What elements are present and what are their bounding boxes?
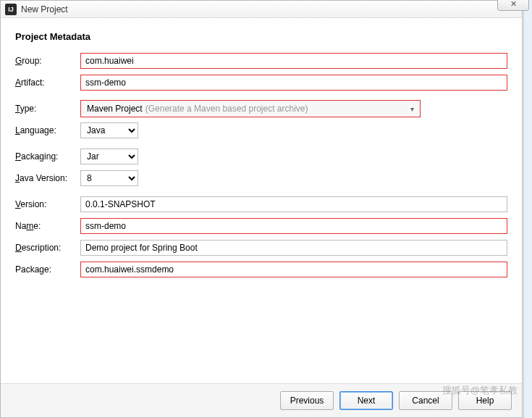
java-version-select[interactable]: 8 — [80, 170, 138, 186]
row-artifact: Artifact: — [15, 74, 507, 91]
row-description: Description: — [15, 239, 507, 256]
type-select[interactable]: Maven Project (Generate a Maven based pr… — [80, 100, 421, 117]
help-button[interactable]: Help — [458, 391, 512, 410]
artifact-input[interactable] — [80, 75, 507, 91]
type-value: Maven Project — [87, 104, 143, 114]
content-area: Project Metadata Group: Artifact: Type: … — [1, 18, 522, 383]
group-input[interactable] — [80, 53, 507, 69]
name-input[interactable] — [80, 218, 507, 234]
next-button[interactable]: Next — [339, 391, 393, 410]
row-package: Package: — [15, 261, 507, 278]
label-language: Language: — [15, 125, 80, 135]
packaging-select[interactable]: Jar — [80, 149, 138, 164]
titlebar: IJ New Project ✕ — [1, 1, 522, 18]
label-java-version: Java Version: — [15, 173, 80, 183]
row-packaging: Packaging: Jar — [15, 148, 507, 165]
section-title: Project Metadata — [15, 31, 507, 42]
label-group: Group: — [15, 56, 80, 66]
label-description: Description: — [15, 243, 80, 253]
type-hint: (Generate a Maven based project archive) — [145, 104, 308, 114]
row-name: Name: — [15, 217, 507, 235]
footer: Previous Next Cancel Help — [1, 383, 522, 417]
cancel-button[interactable]: Cancel — [399, 391, 452, 410]
row-group: Group: — [15, 52, 507, 70]
label-package: Package: — [15, 264, 80, 275]
description-input[interactable] — [80, 240, 507, 256]
window-title: New Project — [21, 4, 68, 14]
row-type: Type: Maven Project (Generate a Maven ba… — [15, 100, 507, 117]
side-strip — [523, 0, 532, 418]
chevron-down-icon: ▾ — [410, 105, 414, 113]
row-language: Language: Java — [15, 122, 507, 139]
label-type: Type: — [15, 104, 80, 114]
close-icon: ✕ — [510, 0, 517, 9]
row-java-version: Java Version: 8 — [15, 170, 507, 187]
package-input[interactable] — [80, 262, 507, 277]
dialog-window: IJ New Project ✕ Project Metadata Group:… — [0, 0, 523, 418]
row-version: Version: — [15, 196, 507, 213]
label-packaging: Packaging: — [15, 151, 80, 162]
label-name: Name: — [15, 221, 80, 231]
previous-button[interactable]: Previous — [280, 391, 334, 410]
version-input[interactable] — [80, 196, 507, 212]
app-icon: IJ — [5, 4, 17, 15]
language-select[interactable]: Java — [80, 122, 138, 138]
label-version: Version: — [15, 199, 80, 209]
close-button[interactable]: ✕ — [497, 0, 529, 11]
label-artifact: Artifact: — [15, 78, 80, 88]
